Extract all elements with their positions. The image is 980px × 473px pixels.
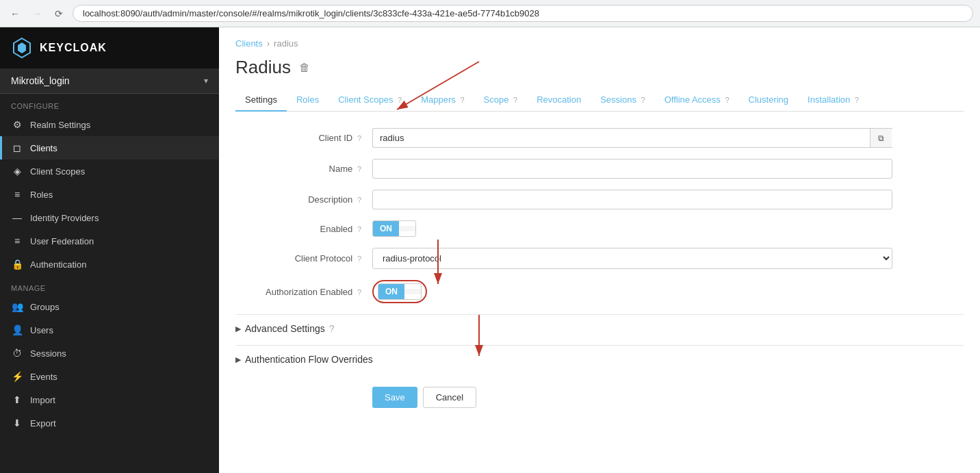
- advanced-settings-header: ▶ Advanced Settings ?: [235, 323, 964, 334]
- sidebar-item-authentication[interactable]: 🔒 Authentication: [0, 253, 219, 276]
- enabled-toggle[interactable]: ON: [372, 220, 416, 237]
- sidebar-item-groups[interactable]: 👥 Groups: [0, 295, 219, 318]
- sidebar-item-label: User Federation: [30, 236, 94, 246]
- page-title: Radius: [235, 57, 291, 78]
- sidebar-item-users[interactable]: 👤 Users: [0, 318, 219, 342]
- sidebar-item-label: Clients: [30, 143, 57, 153]
- delete-icon[interactable]: 🗑: [299, 62, 310, 74]
- realm-chevron-icon: ▾: [204, 76, 208, 86]
- client-protocol-help-icon: ?: [357, 255, 361, 263]
- tab-client-scopes[interactable]: Client Scopes ?: [328, 89, 411, 112]
- auth-flow-overrides-header: ▶ Authentication Flow Overrides: [235, 354, 964, 365]
- sidebar-item-identity-providers[interactable]: — Identity Providers: [0, 206, 219, 229]
- action-buttons-row: Save Cancel: [235, 387, 964, 408]
- reload-button[interactable]: ⟳: [51, 5, 67, 22]
- sidebar-item-label: Sessions: [30, 348, 66, 359]
- client-protocol-select[interactable]: radius-protocol: [372, 248, 892, 269]
- authorization-enabled-help-icon: ?: [357, 288, 361, 296]
- sidebar-item-label: Import: [30, 395, 55, 405]
- groups-icon: 👥: [11, 301, 23, 312]
- breadcrumb-clients-link[interactable]: Clients: [235, 38, 263, 49]
- tab-revocation[interactable]: Revocation: [527, 89, 591, 112]
- client-scopes-icon: ◈: [11, 166, 23, 177]
- sidebar-item-user-federation[interactable]: ≡ User Federation: [0, 229, 219, 253]
- auth-enabled-toggle-off: [404, 289, 421, 294]
- realm-selector[interactable]: Mikrotik_login ▾: [0, 68, 219, 94]
- client-id-wrapper: ⧉: [372, 128, 892, 148]
- configure-section-label: Configure: [0, 94, 219, 113]
- realm-name: Mikrotik_login: [11, 75, 70, 86]
- description-input[interactable]: [372, 190, 892, 209]
- sidebar-item-client-scopes[interactable]: ◈ Client Scopes: [0, 159, 219, 183]
- identity-providers-icon: —: [11, 212, 23, 223]
- sidebar-item-label: Roles: [30, 190, 53, 200]
- tab-roles[interactable]: Roles: [287, 89, 328, 112]
- client-id-copy-button[interactable]: ⧉: [870, 129, 892, 147]
- roles-icon: ≡: [11, 189, 23, 200]
- advanced-settings-label: Advanced Settings: [245, 323, 325, 334]
- sidebar-item-label: Groups: [30, 302, 60, 312]
- sidebar-item-label: Identity Providers: [30, 213, 99, 223]
- main-content: Clients › radius Radius 🗑 Settings Roles…: [219, 27, 980, 473]
- description-field-group: Description ?: [235, 190, 964, 209]
- sidebar-item-roles[interactable]: ≡ Roles: [0, 183, 219, 206]
- advanced-settings-section[interactable]: ▶ Advanced Settings ?: [235, 314, 964, 342]
- advanced-settings-arrow-icon: ▶: [235, 324, 241, 333]
- tab-settings[interactable]: Settings: [235, 89, 287, 112]
- tabs-bar: Settings Roles Client Scopes ? Mappers ?…: [235, 89, 964, 112]
- authorization-enabled-toggle[interactable]: ON: [378, 283, 422, 300]
- cancel-button[interactable]: Cancel: [423, 387, 476, 408]
- page-title-row: Radius 🗑: [235, 57, 964, 78]
- name-input[interactable]: [372, 159, 892, 179]
- sidebar-item-clients[interactable]: ◻ Clients: [0, 136, 219, 159]
- auth-flow-overrides-arrow-icon: ▶: [235, 355, 241, 364]
- auth-enabled-toggle-on: ON: [378, 284, 404, 299]
- realm-settings-icon: ⚙: [11, 119, 23, 130]
- forward-button[interactable]: →: [29, 5, 45, 22]
- client-id-input[interactable]: [372, 128, 892, 148]
- clients-icon: ◻: [11, 142, 23, 153]
- tab-installation[interactable]: Installation ?: [798, 89, 868, 112]
- sidebar-item-import[interactable]: ⬆ Import: [0, 388, 219, 411]
- client-protocol-label: Client Protocol ?: [235, 253, 372, 264]
- breadcrumb-current: radius: [274, 38, 298, 49]
- sidebar-item-sessions[interactable]: ⏱ Sessions: [0, 342, 219, 365]
- tab-mappers[interactable]: Mappers ?: [411, 89, 474, 112]
- import-icon: ⬆: [11, 394, 23, 405]
- tab-sessions[interactable]: Sessions ?: [591, 89, 655, 112]
- sidebar-item-label: Client Scopes: [30, 166, 85, 177]
- auth-flow-overrides-section[interactable]: ▶ Authentication Flow Overrides: [235, 345, 964, 373]
- description-help-icon: ?: [357, 196, 361, 204]
- tab-scope[interactable]: Scope ?: [474, 89, 528, 112]
- tab-offline-access[interactable]: Offline Access ?: [655, 89, 739, 112]
- sidebar-item-label: Export: [30, 418, 56, 429]
- client-id-label: Client ID ?: [235, 133, 372, 143]
- client-protocol-field-group: Client Protocol ? radius-protocol: [235, 248, 964, 269]
- sidebar-item-events[interactable]: ⚡ Events: [0, 365, 219, 388]
- name-field-group: Name ?: [235, 159, 964, 179]
- sidebar-item-export[interactable]: ⬇ Export: [0, 411, 219, 435]
- name-help-icon: ?: [357, 165, 361, 173]
- address-bar[interactable]: [73, 5, 973, 22]
- authentication-icon: 🔒: [11, 259, 23, 270]
- client-id-field-group: Client ID ? ⧉: [235, 128, 964, 148]
- app-header: KEYCLOAK: [0, 27, 219, 68]
- events-icon: ⚡: [11, 371, 23, 382]
- enabled-help-icon: ?: [357, 225, 361, 233]
- svg-marker-1: [18, 42, 26, 53]
- sidebar-item-label: Users: [30, 325, 53, 335]
- save-button[interactable]: Save: [372, 387, 417, 408]
- back-button[interactable]: ←: [7, 5, 23, 22]
- tab-clustering[interactable]: Clustering: [739, 89, 799, 112]
- sidebar-item-label: Realm Settings: [30, 120, 90, 130]
- users-icon: 👤: [11, 324, 23, 335]
- sessions-icon: ⏱: [11, 348, 23, 359]
- offline-access-help-icon: ?: [725, 96, 729, 104]
- authorization-enabled-field-group: Authorization Enabled ? ON: [235, 280, 964, 303]
- app-name: KEYCLOAK: [40, 42, 107, 54]
- enabled-field-group: Enabled ? ON: [235, 220, 964, 237]
- sidebar-item-label: Authentication: [30, 259, 86, 270]
- authorization-enabled-highlight: ON: [372, 280, 427, 303]
- sidebar-item-realm-settings[interactable]: ⚙ Realm Settings: [0, 113, 219, 136]
- client-id-help-icon: ?: [357, 134, 361, 142]
